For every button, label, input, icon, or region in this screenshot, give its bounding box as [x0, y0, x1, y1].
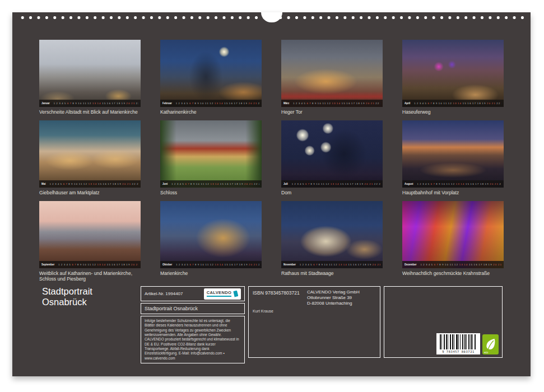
info-middle-column: ISBN 9783457803721 CALVENDO Verlag GmbH … [248, 286, 380, 358]
article-number-box: Artikel-Nr. 1994407 CALVENDO [141, 286, 245, 301]
mini-days-row: 1234567891011121314151617181920212223242… [176, 263, 259, 266]
mini-month-label: Juli [283, 183, 288, 185]
month-photo: Januar 123456789101112131415161718192021… [39, 40, 141, 107]
calendar-month-thumbnail: Juni 12345678910111213141516171819202122… [160, 120, 262, 201]
eco-badge: eco [482, 334, 499, 354]
mini-days-row: 1234567891011121314151617181920212223242… [300, 263, 380, 266]
month-caption: Weitblick auf Katharinen- und Marienkirc… [39, 270, 138, 282]
mini-calendar-strip: März 12345678910111213141516171819202122… [281, 100, 383, 107]
month-caption: Marienkirche [160, 270, 259, 276]
month-caption: Giebelhäuser am Marktplatz [39, 190, 138, 195]
calendar-month-thumbnail: August 123456789101112131415161718192021… [402, 120, 504, 201]
mini-days-row: 1234567891011121314151617181920212223242… [171, 183, 259, 185]
calendar-month-thumbnail: Oktober 12345678910111213141516171819202… [160, 201, 262, 282]
mini-calendar-strip: Dezember 1234567891011121314151617181920… [402, 261, 504, 268]
mini-month-label: Juni [162, 183, 168, 185]
mini-days-row: 1234567891011121314151617181920212223242… [292, 183, 380, 185]
mini-days-row: 1234567891011121314151617181920212223242… [54, 102, 138, 105]
leaf-icon [485, 338, 496, 351]
mini-calendar-strip: Mai 123456789101112131415161718192021222… [39, 180, 141, 188]
legal-text: Infolge bestehender Schutzrechte ist es … [145, 319, 239, 360]
mini-month-label: Februar [162, 102, 172, 105]
mini-month-label: April [404, 102, 410, 105]
barcode-bars [440, 334, 477, 349]
mini-month-label: November [283, 263, 296, 266]
mini-calendar-strip: Juli 12345678910111213141516171819202122… [281, 180, 383, 188]
calendar-month-thumbnail: November 1234567891011121314151617181920… [281, 201, 383, 282]
month-caption: Weihnachtlich geschmückte Krahnstraße [402, 270, 501, 276]
month-photo: Juli 12345678910111213141516171819202122… [281, 120, 383, 188]
eco-label: eco [484, 351, 488, 354]
mini-calendar-strip: August 123456789101112131415161718192021… [402, 180, 504, 188]
month-caption: Schloss [160, 190, 259, 195]
calvendo-logo-word: CALVENDO [207, 291, 232, 297]
legal-text-box: Infolge bestehender Schutzrechte ist es … [141, 316, 245, 363]
month-photo: November 1234567891011121314151617181920… [281, 201, 383, 268]
month-grid: Januar 123456789101112131415161718192021… [39, 40, 504, 282]
product-title-box: Stadtportrait Osnabrück [141, 303, 245, 314]
isbn-text: ISBN 9783457803721 [253, 290, 300, 296]
publisher-city: D-82008 Unterhaching [307, 301, 360, 306]
month-photo: Mai 123456789101112131415161718192021222… [39, 120, 141, 188]
author-name: Kurt Krause [253, 309, 273, 313]
month-caption: Hauptbahnhof mit Vorplatz [402, 190, 501, 195]
calendar-month-thumbnail: Januar 123456789101112131415161718192021… [39, 40, 141, 120]
mini-calendar-strip: Juni 12345678910111213141516171819202122… [160, 180, 262, 188]
mini-days-row: 1234567891011121314151617181920212223242… [417, 183, 502, 185]
publisher-address: CALVENDO Verlag GmbH Ottobrunner Straße … [307, 290, 360, 306]
mini-days-row: 1234567891011121314151617181920212223242… [50, 183, 138, 185]
info-right-column: 9 783457 803721 eco [384, 286, 503, 358]
month-caption: Heger Tor [281, 109, 380, 115]
page-title-line2: Osnabrück [42, 297, 92, 307]
month-caption: Verschneite Altstadt mit Blick auf Marie… [39, 109, 138, 115]
month-caption: Katharinenkirche [160, 109, 259, 115]
mini-month-label: Oktober [162, 263, 172, 266]
mini-calendar-strip: Januar 123456789101112131415161718192021… [39, 100, 141, 107]
hanger-hole [261, 12, 282, 22]
mini-month-label: Dezember [404, 263, 417, 266]
calendar-month-thumbnail: März 12345678910111213141516171819202122… [281, 40, 383, 120]
product-info-panel: Artikel-Nr. 1994407 CALVENDO Stadtportra… [141, 286, 503, 358]
info-left-column: Artikel-Nr. 1994407 CALVENDO Stadtportra… [141, 286, 245, 358]
mini-calendar-strip: April 1234567891011121314151617181920212… [402, 100, 504, 107]
month-photo: September 123456789101112131415161718192… [39, 201, 141, 268]
calendar-month-thumbnail: Juli 12345678910111213141516171819202122… [281, 120, 383, 201]
mini-month-label: August [404, 183, 413, 185]
mini-month-label: März [283, 102, 289, 105]
page-title: Stadtportrait Osnabrück [42, 286, 92, 308]
mini-calendar-strip: Februar 12345678910111213141516171819202… [160, 100, 262, 107]
calendar-month-thumbnail: April 1234567891011121314151617181920212… [402, 40, 504, 120]
month-photo: März 12345678910111213141516171819202122… [281, 40, 383, 107]
calendar-back-cover-sheet: Januar 123456789101112131415161718192021… [12, 12, 531, 376]
mini-calendar-strip: Oktober 12345678910111213141516171819202… [160, 261, 262, 268]
publisher-name: CALVENDO Verlag GmbH [307, 290, 360, 295]
calendar-month-thumbnail: Dezember 1234567891011121314151617181920… [402, 201, 504, 282]
month-photo: Dezember 1234567891011121314151617181920… [402, 201, 504, 268]
barcode-area: 9 783457 803721 eco [436, 333, 499, 354]
mini-calendar-strip: September 123456789101112131415161718192… [39, 261, 141, 268]
mini-days-row: 1234567891011121314151617181920212223242… [293, 102, 380, 105]
calendar-month-thumbnail: Mai 123456789101112131415161718192021222… [39, 120, 141, 201]
calendar-month-thumbnail: September 123456789101112131415161718192… [39, 201, 141, 282]
month-caption: Dom [281, 190, 380, 195]
calendar-month-thumbnail: Februar 12345678910111213141516171819202… [160, 40, 262, 120]
mini-month-label: September [41, 263, 54, 266]
mini-month-label: Mai [41, 183, 46, 185]
calendar-page-icon [233, 291, 238, 297]
mini-days-row: 1234567891011121314151617181920212223242… [58, 263, 138, 266]
article-number: Artikel-Nr. 1994407 [145, 291, 183, 296]
month-photo: Februar 12345678910111213141516171819202… [160, 40, 262, 107]
mini-days-row: 1234567891011121314151617181920212223242… [421, 263, 501, 266]
month-photo: August 123456789101112131415161718192021… [402, 120, 504, 188]
month-photo: April 1234567891011121314151617181920212… [402, 40, 504, 107]
calvendo-logo: CALVENDO [204, 288, 241, 300]
month-photo: Juni 12345678910111213141516171819202122… [160, 120, 262, 188]
mini-month-label: Januar [41, 102, 50, 105]
month-photo: Oktober 12345678910111213141516171819202… [160, 201, 262, 268]
publisher-street: Ottobrunner Straße 39 [307, 295, 360, 301]
product-title: Stadtportrait Osnabrück [145, 306, 198, 311]
month-caption: Rathaus mit Stadtwaage [281, 270, 380, 276]
barcode-digits: 9 783457 803721 [442, 350, 475, 353]
mini-days-row: 1234567891011121314151617181920212223242… [176, 102, 259, 105]
ean-barcode: 9 783457 803721 [436, 333, 480, 354]
